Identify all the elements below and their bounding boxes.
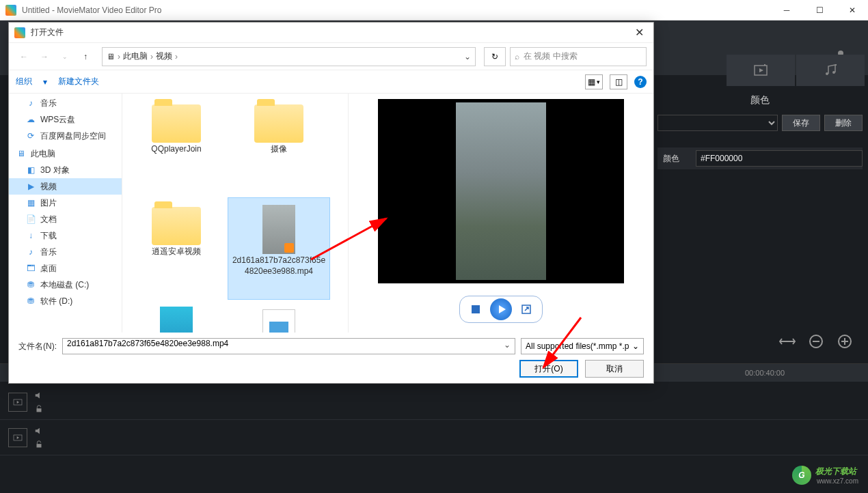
desktop-icon: 🗔 <box>25 263 36 274</box>
tab-audio[interactable] <box>796 55 865 86</box>
app-title: Untitled - MovieMator Video Editor Pro <box>22 5 776 15</box>
music-icon: ♪ <box>25 246 36 257</box>
fit-width-icon[interactable] <box>778 332 797 351</box>
3d-icon: ◧ <box>25 165 36 175</box>
maximize-button[interactable]: ☐ <box>809 3 830 17</box>
sidebar-item-sync[interactable]: ⟳百度网盘同步空间 <box>9 128 122 144</box>
sidebar-item-doc[interactable]: 📄文档 <box>9 211 122 227</box>
delete-button[interactable]: 删除 <box>824 115 863 131</box>
app-logo-icon <box>5 5 16 16</box>
watermark-url: www.xz7.com <box>817 477 858 485</box>
video-thumb-icon <box>160 307 193 333</box>
speaker-icon[interactable] <box>34 426 44 436</box>
sidebar-item-label: 文档 <box>40 214 57 225</box>
sidebar-item-video[interactable]: ▶视频 <box>9 178 122 195</box>
music-icon: ♪ <box>25 98 36 109</box>
top-tabs <box>727 55 865 86</box>
breadcrumb[interactable]: 🖥 › 此电脑 › 视频 › ⌄ <box>102 47 476 66</box>
file-item[interactable]: 2d161a817b7a2c873f65e4820ee3e988.mp4 <box>228 197 330 300</box>
breadcrumb-folder[interactable]: 视频 <box>156 51 172 62</box>
preview-toggle-button[interactable]: ◫ <box>610 74 627 89</box>
sidebar-item-label: 3D 对象 <box>40 165 70 176</box>
doc-icon: 📄 <box>25 214 36 225</box>
open-button[interactable]: 打开(O) <box>519 360 578 378</box>
preview-pane <box>348 94 653 333</box>
sidebar-item-label: 图片 <box>40 197 57 209</box>
sidebar-item-desktop[interactable]: 🗔桌面 <box>9 260 122 277</box>
view-mode-button[interactable]: ▦ ▾ <box>585 74 603 89</box>
disk-icon: ⛃ <box>25 279 36 290</box>
watermark: G 极光下载站 www.xz7.com <box>792 466 858 485</box>
sidebar-item-dl[interactable]: ↓下载 <box>9 227 122 244</box>
file-item[interactable]: 2023-02-09 15-20-28.mkv <box>228 300 330 333</box>
dialog-close-button[interactable]: ✕ <box>631 26 648 39</box>
audio-track[interactable] <box>0 420 868 455</box>
popout-icon[interactable] <box>516 302 537 317</box>
help-icon[interactable]: ? <box>634 76 647 88</box>
file-list[interactable]: QQplayerJoin摄像逍遥安卓视频2d161a817b7a2c873f65… <box>122 94 348 333</box>
pic-icon: ▦ <box>25 197 36 208</box>
refresh-button[interactable]: ↻ <box>484 47 506 66</box>
sidebar-item-label: 音乐 <box>40 246 57 258</box>
filename-input[interactable]: 2d161a817b7a2c873f65e4820ee3e988.mp4 <box>62 338 515 354</box>
search-placeholder: 在 视频 中搜索 <box>524 51 578 62</box>
organize-chevron-icon[interactable]: ▾ <box>43 77 47 87</box>
nav-back-icon[interactable]: ← <box>16 48 32 65</box>
color-input[interactable] <box>696 150 863 167</box>
svg-marker-16 <box>17 436 19 439</box>
cancel-button[interactable]: 取消 <box>585 360 644 378</box>
search-icon: ⌕ <box>515 52 519 61</box>
play-button[interactable] <box>490 298 512 320</box>
sidebar-item-3d[interactable]: ◧3D 对象 <box>9 162 122 178</box>
chevron-down-icon[interactable]: ⌄ <box>464 52 471 61</box>
organize-menu[interactable]: 组织 <box>16 76 32 87</box>
new-folder-button[interactable]: 新建文件夹 <box>58 76 99 87</box>
svg-rect-17 <box>37 444 42 447</box>
file-label: 摄像 <box>271 144 287 155</box>
sidebar-item-label: WPS云盘 <box>40 114 75 126</box>
sidebar-item-disk[interactable]: ⛃本地磁盘 (C:) <box>9 277 122 293</box>
watermark-text: 极光下载站 <box>815 466 858 477</box>
dialog-nav: ← → ⌄ ↑ 🖥 › 此电脑 › 视频 › ⌄ ↻ ⌕ 在 视频 中搜索 <box>9 43 653 70</box>
sidebar-item-pc[interactable]: 🖥此电脑 <box>9 145 122 162</box>
file-item[interactable]: 摄像 <box>228 95 330 197</box>
zoom-out-icon[interactable] <box>806 332 826 351</box>
sidebar-item-label: 音乐 <box>40 98 57 109</box>
close-button[interactable]: ✕ <box>842 3 863 17</box>
zoom-in-icon[interactable] <box>835 332 854 351</box>
pc-icon: 🖥 <box>16 148 27 159</box>
file-item[interactable]: QQplayerJoin <box>125 95 228 197</box>
speaker-icon[interactable] <box>34 391 44 400</box>
color-label: 颜色 <box>657 153 692 165</box>
tab-video[interactable] <box>727 55 795 86</box>
sidebar-item-music[interactable]: ♪音乐 <box>9 95 122 111</box>
svg-rect-14 <box>37 408 42 412</box>
file-item[interactable]: 逍遥安卓视频 <box>125 197 228 300</box>
file-filter-select[interactable]: All supported files(*.mmp *.p⌄ <box>521 338 644 354</box>
sidebar-item-music[interactable]: ♪音乐 <box>9 244 122 260</box>
nav-dropdown-icon[interactable]: ⌄ <box>57 48 73 65</box>
dialog-footer: 文件名(N): 2d161a817b7a2c873f65e4820ee3e988… <box>9 333 653 383</box>
breadcrumb-root[interactable]: 此电脑 <box>123 51 148 62</box>
unlock-icon[interactable] <box>34 404 44 414</box>
preset-select[interactable] <box>657 115 778 131</box>
file-item[interactable]: 04_如何创建家庭纪念相册.mp4 <box>125 300 228 333</box>
sidebar-item-disk[interactable]: ⛃软件 (D:) <box>9 293 122 309</box>
unlock-icon[interactable] <box>34 440 44 449</box>
stop-icon[interactable] <box>465 302 486 317</box>
save-button[interactable]: 保存 <box>782 115 820 131</box>
cloud-icon: ☁ <box>25 114 36 125</box>
file-label: 逍遥安卓视频 <box>152 246 201 257</box>
sidebar-item-pic[interactable]: ▦图片 <box>9 195 122 211</box>
nav-up-icon[interactable]: ↑ <box>77 48 94 65</box>
video-track[interactable] <box>0 384 868 420</box>
timecode: 00:00:40:00 <box>745 369 785 377</box>
sidebar-item-label: 本地磁盘 (C:) <box>40 279 89 291</box>
preview-controls <box>459 296 543 323</box>
search-input[interactable]: ⌕ 在 视频 中搜索 <box>510 47 647 66</box>
video-icon: ▶ <box>25 181 36 192</box>
minimize-button[interactable]: ─ <box>776 3 797 17</box>
svg-point-6 <box>832 71 835 74</box>
sidebar-item-cloud[interactable]: ☁WPS云盘 <box>9 111 122 128</box>
dialog-title: 打开文件 <box>31 27 631 38</box>
